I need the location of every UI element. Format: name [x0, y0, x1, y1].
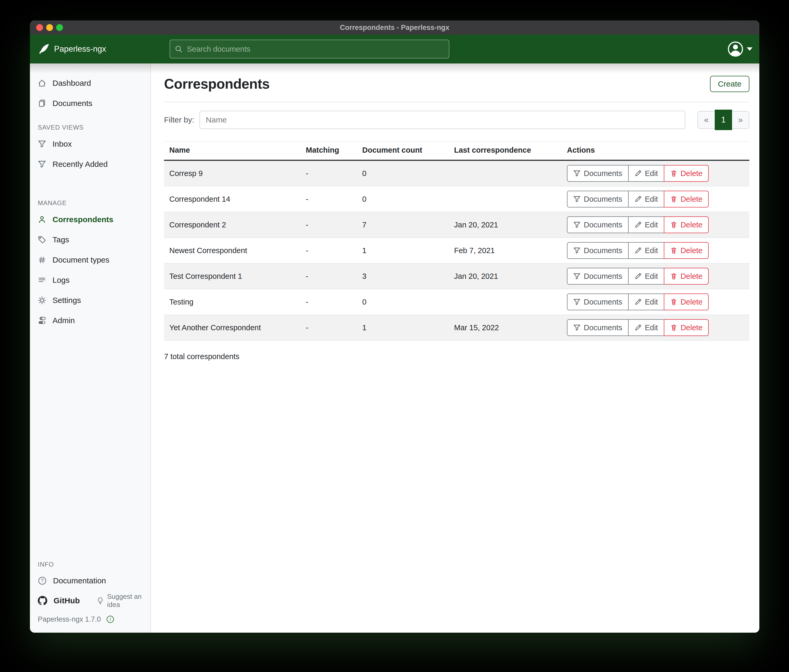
edit-button[interactable]: Edit — [629, 165, 664, 182]
sidebar-item-recently-added[interactable]: Recently Added — [30, 154, 150, 174]
delete-button[interactable]: Delete — [664, 217, 709, 233]
delete-button[interactable]: Delete — [664, 319, 709, 336]
cell-name: Testing — [164, 289, 300, 315]
cell-name: Test Correspondent 1 — [164, 263, 300, 289]
sidebar-item-label: Document types — [53, 255, 109, 264]
question-circle-icon: ? — [38, 576, 47, 585]
suggest-idea-link[interactable]: Suggest an idea — [97, 592, 142, 609]
total-count-label: 7 total correspondents — [164, 352, 749, 361]
github-icon — [38, 596, 47, 605]
sidebar-item-label: Logs — [53, 275, 70, 285]
edit-button[interactable]: Edit — [629, 268, 664, 285]
sidebar-item-tags[interactable]: Tags — [30, 229, 150, 250]
trash-icon — [670, 196, 677, 203]
trash-icon — [670, 247, 677, 254]
sidebar-item-admin[interactable]: Admin — [30, 310, 150, 331]
documents-button[interactable]: Documents — [567, 165, 629, 182]
pencil-icon — [634, 272, 642, 280]
trash-icon — [670, 298, 677, 306]
minimize-button[interactable] — [46, 24, 53, 31]
cell-matching: - — [300, 212, 357, 238]
cell-last: Jan 20, 2021 — [449, 212, 562, 238]
sidebar-item-logs[interactable]: Logs — [30, 270, 150, 290]
filter-label: Filter by: — [164, 115, 194, 124]
delete-button[interactable]: Delete — [664, 165, 709, 182]
pencil-icon — [634, 221, 642, 228]
filter-name-input[interactable] — [200, 111, 685, 129]
cell-count: 1 — [357, 315, 449, 341]
svg-text:i: i — [110, 617, 111, 622]
table-row: Correspondent 14 - 0 Documents Edit Dele… — [164, 186, 749, 212]
cell-matching: - — [300, 160, 357, 186]
documents-button[interactable]: Documents — [567, 268, 629, 285]
sidebar-item-label: Inbox — [53, 140, 72, 148]
app-brand[interactable]: Paperless-ngx — [38, 43, 145, 55]
cell-last: Feb 7, 2021 — [449, 238, 562, 263]
edit-button[interactable]: Edit — [629, 217, 664, 233]
person-icon — [38, 215, 46, 224]
toggles-icon — [38, 316, 46, 325]
edit-button[interactable]: Edit — [629, 242, 664, 259]
documents-button[interactable]: Documents — [567, 242, 629, 259]
documents-button[interactable]: Documents — [567, 217, 629, 233]
cell-last: Mar 15, 2022 — [449, 315, 562, 341]
sidebar-item-document-types[interactable]: Document types — [30, 250, 150, 270]
correspondents-table: Name Matching Document count Last corres… — [164, 141, 749, 341]
documents-button[interactable]: Documents — [567, 191, 629, 207]
cell-count: 7 — [357, 212, 449, 238]
sidebar-item-label: Correspondents — [53, 215, 113, 224]
delete-button[interactable]: Delete — [664, 191, 709, 207]
cell-matching: - — [300, 186, 357, 212]
documents-button[interactable]: Documents — [567, 319, 629, 336]
zoom-button[interactable] — [56, 24, 63, 31]
table-row: Corresp 9 - 0 Documents Edit Delete — [164, 160, 749, 186]
svg-text:?: ? — [41, 578, 43, 583]
delete-button[interactable]: Delete — [664, 268, 709, 285]
app-window: Correspondents - Paperless-ngx Paperless… — [30, 21, 759, 633]
sidebar-item-dashboard[interactable]: Dashboard — [30, 73, 150, 93]
sidebar-item-label: Recently Added — [53, 160, 108, 169]
sidebar-item-documents[interactable]: Documents — [30, 93, 150, 113]
pagination-prev-button[interactable]: « — [697, 111, 715, 129]
delete-button[interactable]: Delete — [664, 293, 709, 310]
gear-icon — [38, 296, 46, 304]
funnel-icon — [573, 298, 581, 306]
search-icon — [175, 45, 183, 53]
sidebar-item-label: Admin — [53, 316, 75, 325]
cell-name: Correspondent 2 — [164, 212, 300, 238]
sidebar-section-saved-views: SAVED VIEWS — [30, 124, 150, 131]
delete-button[interactable]: Delete — [664, 242, 709, 259]
pagination-page-1[interactable]: 1 — [715, 110, 732, 130]
create-button[interactable]: Create — [710, 76, 749, 92]
sidebar-item-label: Tags — [53, 235, 69, 244]
funnel-icon — [573, 221, 581, 228]
pagination-next-button[interactable]: » — [732, 111, 749, 129]
sidebar-item-correspondents[interactable]: Correspondents — [30, 209, 150, 229]
sidebar-item-inbox[interactable]: Inbox — [30, 134, 150, 154]
github-link[interactable]: GitHub — [38, 596, 80, 605]
search-box — [169, 40, 449, 59]
documentation-link[interactable]: ? Documentation — [38, 576, 106, 585]
trash-icon — [670, 170, 677, 177]
cell-count: 0 — [357, 186, 449, 212]
app-header: Paperless-ngx — [30, 35, 759, 64]
user-menu[interactable] — [727, 41, 752, 57]
sidebar-section-manage: MANAGE — [30, 199, 150, 207]
close-button[interactable] — [36, 24, 43, 31]
column-header-matching: Matching — [300, 142, 357, 160]
sidebar-item-settings[interactable]: Settings — [30, 290, 150, 310]
table-row: Test Correspondent 1 - 3 Jan 20, 2021 Do… — [164, 263, 749, 289]
funnel-icon — [573, 272, 581, 280]
edit-button[interactable]: Edit — [629, 319, 664, 336]
list-icon — [38, 276, 46, 284]
trash-icon — [670, 324, 677, 331]
documents-button[interactable]: Documents — [567, 293, 629, 310]
edit-button[interactable]: Edit — [629, 191, 664, 207]
table-header-row: Name Matching Document count Last corres… — [164, 142, 749, 160]
cell-matching: - — [300, 289, 357, 315]
search-input[interactable] — [186, 45, 444, 54]
cell-name: Correspondent 14 — [164, 186, 300, 212]
info-icon[interactable]: i — [106, 615, 115, 623]
app-name: Paperless-ngx — [54, 44, 106, 54]
edit-button[interactable]: Edit — [629, 293, 664, 310]
